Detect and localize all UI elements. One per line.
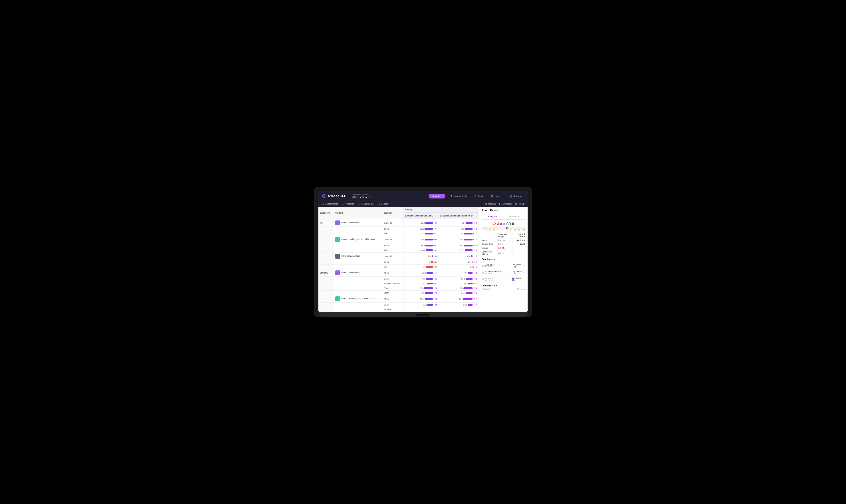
segment-cell: Asian (382, 295, 403, 303)
impact-label: Impact (482, 246, 498, 250)
toolbar: ⊞ 3 Treatments ⬧ 4 Metrics ⟳ 8 Segments … (319, 201, 527, 207)
metric2-cell: 52.4+1.3 (439, 253, 479, 260)
metric1-cell: 48.0+7.1 (404, 231, 439, 236)
logo-area: SWAYABLE (322, 194, 346, 198)
segment-cell: Hispanic or (382, 307, 403, 312)
metric1-cell: 55.9+7.2 (404, 295, 439, 303)
treatments-icon: ⊞ (322, 202, 324, 205)
account-button[interactable]: 👤 Account (508, 194, 524, 198)
compare-rank-difference-label: Difference (517, 288, 525, 290)
metrics-filter[interactable]: ⬧ 4 Metrics (342, 203, 354, 205)
segments-filter[interactable]: ⟳ 8 Segments (359, 202, 374, 205)
options-button[interactable]: ⇅ Options (485, 203, 496, 205)
table-row: 35-5456.0+7.442.1+6.7 (319, 227, 479, 231)
metric1-bar (425, 292, 433, 294)
share-button[interactable]: ↗ Share (472, 194, 485, 198)
header: SWAYABLE Swayable Demos Chime - Demo ✎ R… (319, 191, 527, 201)
content-thumbnail (335, 254, 340, 259)
confidence-value: ±1.3 ⓘ (498, 250, 512, 256)
metric2-bar (465, 228, 473, 230)
metric1-bar (428, 304, 433, 306)
financial-services-icon: 📊 (482, 271, 484, 273)
metric2-cell: 27.8+7.0 (439, 248, 479, 253)
all-brands-icon: 📊 (482, 265, 484, 267)
screen: SWAYABLE Swayable Demos Chime - Demo ✎ R… (319, 191, 527, 312)
laptop-bottom (319, 312, 527, 317)
metric2-cell: 37.5+7.4 (439, 286, 479, 291)
breakdown-cell (319, 248, 334, 253)
search-icon: 🔍 (490, 195, 493, 198)
compare-rank-info-icon[interactable]: ⓘ (523, 284, 525, 287)
metric2-cell: 27.8+7.7 (439, 231, 479, 236)
table-row: Black63.3+6.153.1+6.1 (319, 277, 479, 281)
content-cell (334, 265, 382, 269)
metric1-bar (425, 233, 433, 234)
tab-openends[interactable]: Open-ends (503, 214, 525, 219)
score-positive: 60.0 (506, 222, 514, 227)
content-name: Chime Credit Builder (341, 221, 360, 224)
content-cell (334, 286, 382, 291)
metric1-bar (426, 249, 433, 251)
mean-label: Mean (482, 238, 498, 242)
metric1-cell: 60.6+0.5 (404, 253, 439, 260)
edit-icon[interactable]: ✎ (369, 196, 371, 198)
metric1-bar (426, 222, 433, 224)
panel-title: About Result (482, 209, 498, 212)
breakdown-cell (319, 236, 334, 244)
table-row: Hispanic or Latino57.7+5.143.3+4.0 (319, 281, 479, 286)
treatments-filter[interactable]: ⊞ 3 Treatments (322, 202, 338, 205)
segment-cell: White (382, 286, 403, 291)
metric1-cell: 63.3+4.8 (404, 303, 439, 307)
financial-services-expand[interactable]: ∨ (523, 271, 525, 273)
breakdown-cell (319, 286, 334, 291)
tab-analytics[interactable]: Analytics (482, 214, 503, 219)
content-cell: Chime Credit Builder (334, 269, 382, 277)
metric2-cell (439, 307, 479, 312)
account-icon: 👤 (509, 195, 512, 198)
breakdown-cell (319, 281, 334, 286)
download-icon: ⬇ (499, 203, 501, 205)
metric2-bar (466, 292, 472, 294)
all-brands-expand[interactable]: ∨ (523, 265, 525, 267)
breakdown-cell (319, 307, 334, 312)
chime-ads-expand[interactable]: ∨ (523, 278, 525, 280)
search-button[interactable]: 🔍 Search (489, 194, 504, 198)
impact-value: -2.4 (498, 246, 512, 250)
results-button[interactable]: Results (429, 194, 446, 198)
segment-cell: Asian (382, 269, 403, 277)
mean-treatment: 57.6 pts (498, 238, 512, 242)
download-button[interactable]: ⬇ Download (499, 203, 511, 205)
laptop-notch (416, 314, 430, 316)
metric2-cell: -1.9 27.8 (439, 265, 479, 269)
metric2-bar (463, 298, 472, 300)
content-cell (334, 307, 382, 312)
table-row: 55+48.0+6.127.8+7.0 (319, 248, 479, 253)
about-result-panel: About Result × Analytics Open-ends -2.4 … (479, 207, 527, 312)
content-thumbnail (335, 220, 340, 226)
metric1-info-icon[interactable]: ⓘ (431, 215, 433, 217)
metric1-cell: 52.9+7.6 (404, 286, 439, 291)
segment-cell: 55+ (382, 248, 403, 253)
metric2-info-icon[interactable]: ⓘ (470, 215, 472, 217)
filter-control[interactable]: ⊟ 1 Filter (378, 202, 388, 205)
metric1-cell: -1.656.0 (404, 260, 439, 265)
import-tests-button[interactable]: ⬆ Import Tests (449, 194, 469, 198)
ci-info-icon[interactable]: ⓘ (502, 252, 504, 254)
col-primary: Primary (404, 207, 479, 213)
content-thumbnail (335, 237, 340, 242)
score-display: -2.4 60.0 (482, 222, 525, 227)
segment-cell: 55+ (382, 231, 403, 236)
metric2-cell: 43.4+4.1 (439, 269, 479, 277)
metric1-cell: 56.0+6.7 (404, 244, 439, 248)
metric2-bar (472, 261, 473, 263)
table-row: Hispanic or (319, 307, 479, 312)
benchmark-chime-ads: 📊 Chime Ads 20 - 40% 2nd Quintile (482, 276, 525, 283)
col-content: Content (334, 207, 382, 219)
panel-tabs: Analytics Open-ends (482, 214, 525, 220)
close-button[interactable]: × (523, 209, 525, 212)
content-cell: #ChimeHasYourBack (334, 253, 382, 260)
compare-rank-treatment-label: Treatment (482, 288, 490, 290)
metric1-cell: 60.6+6.6 (404, 219, 439, 227)
content-cell (334, 303, 382, 307)
metric2-cell: 52.4+7.7 (439, 236, 479, 244)
